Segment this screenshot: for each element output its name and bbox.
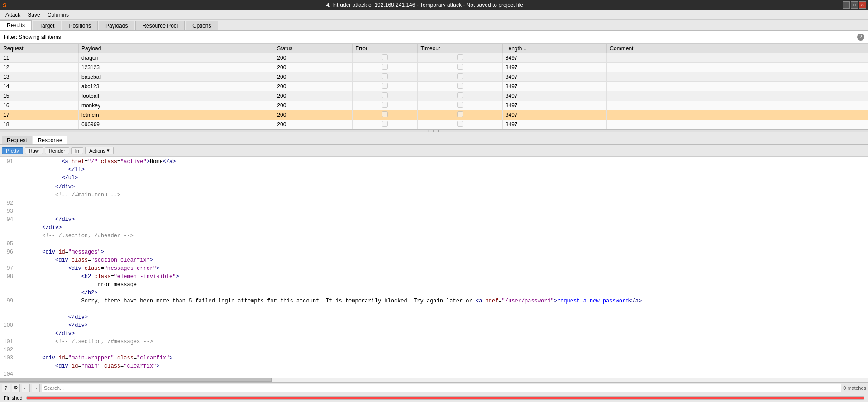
- cell-error: [353, 120, 418, 129]
- col-header-request[interactable]: Request: [0, 44, 79, 53]
- table-row[interactable]: 121231232008497: [0, 63, 868, 72]
- tab-target[interactable]: Target: [33, 21, 61, 30]
- menu-bar: Attack Save Columns: [0, 10, 868, 20]
- help-icon[interactable]: ?: [857, 34, 864, 41]
- settings-icon[interactable]: ⚙: [12, 384, 20, 392]
- col-header-status[interactable]: Status: [274, 44, 353, 53]
- code-line: 100 </div>: [0, 321, 868, 330]
- cell-request-num: 13: [0, 72, 79, 82]
- cell-timeout: [418, 110, 502, 120]
- table-row[interactable]: 17letmein2008497: [0, 110, 868, 120]
- cell-timeout: [418, 101, 502, 110]
- btn-in[interactable]: In: [71, 147, 83, 154]
- menu-save[interactable]: Save: [24, 11, 43, 19]
- code-line: Error message: [0, 281, 868, 289]
- cell-request-num: 11: [0, 53, 79, 63]
- code-line: 97 <div class="messages error">: [0, 264, 868, 273]
- cell-timeout: [418, 72, 502, 82]
- tab-results[interactable]: Results: [0, 20, 32, 30]
- forward-icon[interactable]: →: [32, 384, 40, 392]
- finished-label: Finished: [4, 395, 23, 401]
- match-count: 0 matches: [843, 385, 866, 391]
- table-row[interactable]: 14abc1232008497: [0, 82, 868, 91]
- bottom-panel: Request Response Pretty Raw Render In Ac…: [0, 132, 868, 402]
- cell-error: [353, 101, 418, 110]
- back-icon[interactable]: ←: [22, 384, 30, 392]
- help-status-icon[interactable]: ?: [2, 384, 10, 392]
- code-line: 94 </div>: [0, 215, 868, 224]
- btn-render[interactable]: Render: [45, 147, 69, 154]
- cell-payload: 696969: [78, 120, 274, 129]
- table-row[interactable]: 13baseball2008497: [0, 72, 868, 82]
- search-input[interactable]: [42, 384, 841, 392]
- bottom-status-bar: ? ⚙ ← → 0 matches: [0, 382, 868, 393]
- btn-raw[interactable]: Raw: [25, 147, 43, 154]
- cell-status: 200: [274, 53, 353, 63]
- tab-resource-pool[interactable]: Resource Pool: [135, 21, 185, 30]
- cell-request-num: 18: [0, 120, 79, 129]
- cell-payload: 123123: [78, 63, 274, 72]
- table-row[interactable]: 186969692008497: [0, 120, 868, 129]
- code-line: <div id="main" class="clearfix">: [0, 362, 868, 370]
- cell-payload: letmein: [78, 110, 274, 120]
- code-line: 101 <!-- /.section, /#messages -->: [0, 338, 868, 346]
- table-row[interactable]: 11dragon2008497: [0, 53, 868, 63]
- cell-status: 200: [274, 82, 353, 91]
- top-tabs: Results Target Positions Payloads Resour…: [0, 20, 868, 31]
- code-line: </div>: [0, 183, 868, 191]
- code-line: 96 <div id="messages">: [0, 248, 868, 256]
- table-row[interactable]: 16monkey2008497: [0, 101, 868, 110]
- col-header-length[interactable]: Length ↕: [502, 44, 607, 53]
- tab-options[interactable]: Options: [186, 21, 218, 30]
- tab-payloads[interactable]: Payloads: [99, 21, 134, 30]
- code-line: 98 <h2 class="element-invisible">: [0, 273, 868, 281]
- col-header-error[interactable]: Error: [353, 44, 418, 53]
- close-button[interactable]: ✕: [859, 1, 866, 9]
- title-bar: S 4. Intruder attack of 192.168.241.146 …: [0, 0, 868, 10]
- code-line: <!-- /.section, /#header -->: [0, 232, 868, 240]
- code-line: <!-- /#main-menu -->: [0, 191, 868, 199]
- code-line: 95: [0, 240, 868, 248]
- cell-length: 8497: [502, 120, 607, 129]
- menu-attack[interactable]: Attack: [2, 11, 24, 19]
- view-controls: Pretty Raw Render In Actions ▾: [0, 145, 868, 157]
- cell-length: 8497: [502, 101, 607, 110]
- cell-payload: abc123: [78, 82, 274, 91]
- cell-error: [353, 63, 418, 72]
- code-line: </div>: [0, 330, 868, 338]
- finished-bar: Finished: [0, 393, 868, 402]
- cell-payload: football: [78, 91, 274, 101]
- table-row[interactable]: 15football2008497: [0, 91, 868, 101]
- code-line: 92: [0, 199, 868, 207]
- minimize-button[interactable]: ─: [843, 1, 850, 9]
- actions-button[interactable]: Actions ▾: [85, 147, 114, 154]
- cell-timeout: [418, 53, 502, 63]
- cell-status: 200: [274, 101, 353, 110]
- tab-request[interactable]: Request: [2, 136, 32, 144]
- col-header-timeout[interactable]: Timeout: [418, 44, 502, 53]
- filter-text[interactable]: Filter: Showing all items: [4, 34, 61, 40]
- col-header-payload[interactable]: Payload: [78, 44, 274, 53]
- col-header-comment[interactable]: Comment: [607, 44, 868, 53]
- cell-length: 8497: [502, 63, 607, 72]
- menu-columns[interactable]: Columns: [44, 11, 72, 19]
- cell-status: 200: [274, 63, 353, 72]
- horizontal-scrollbar[interactable]: [0, 378, 868, 382]
- cell-request-num: 16: [0, 101, 79, 110]
- btn-pretty[interactable]: Pretty: [2, 147, 23, 154]
- code-line: </ul>: [0, 174, 868, 182]
- cell-status: 200: [274, 120, 353, 129]
- cell-timeout: [418, 82, 502, 91]
- cell-length: 8497: [502, 53, 607, 63]
- tab-positions[interactable]: Positions: [62, 21, 98, 30]
- code-line: 104: [0, 370, 868, 378]
- cell-error: [353, 91, 418, 101]
- cell-error: [353, 72, 418, 82]
- tab-response[interactable]: Response: [33, 136, 67, 144]
- actions-label: Actions: [89, 148, 105, 153]
- window-title: 4. Intruder attack of 192.168.241.146 - …: [7, 2, 843, 8]
- cell-length: 8497: [502, 91, 607, 101]
- cell-status: 200: [274, 91, 353, 101]
- code-line: 93: [0, 207, 868, 215]
- maximize-button[interactable]: □: [851, 1, 858, 9]
